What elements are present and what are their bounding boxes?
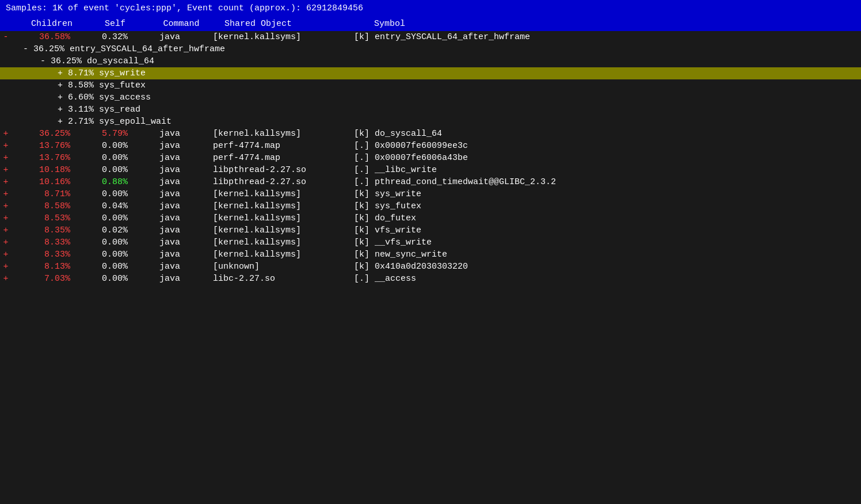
- cell-children: 36.25%: [12, 129, 75, 139]
- cell-children: 13.76%: [12, 141, 75, 151]
- table-row[interactable]: + 10.18% 0.00% java libpthread-2.27.so […: [0, 164, 861, 176]
- cell-self: 0.00%: [75, 153, 132, 163]
- expand-icon[interactable]: +: [0, 177, 12, 187]
- cell-command: java: [132, 141, 207, 151]
- indent-text: + 8.71% sys_write: [0, 68, 146, 78]
- table-row[interactable]: - 36.58% 0.32% java [kernel.kallsyms] [k…: [0, 31, 861, 43]
- cell-command: java: [132, 262, 207, 272]
- cell-children: 13.76%: [12, 153, 75, 163]
- table-row[interactable]: + 8.33% 0.00% java [kernel.kallsyms] [k]…: [0, 249, 861, 261]
- expand-icon[interactable]: +: [0, 201, 12, 211]
- cell-symbol: [k] new_sync_write: [345, 250, 861, 259]
- cell-self: 0.32%: [75, 32, 132, 42]
- table-row[interactable]: + 13.76% 0.00% java perf-4774.map [.] 0x…: [0, 140, 861, 152]
- cell-shared: [kernel.kallsyms]: [207, 201, 345, 211]
- cell-shared: [kernel.kallsyms]: [207, 238, 345, 247]
- col-header-self: Self: [86, 19, 144, 29]
- cell-command: java: [132, 226, 207, 235]
- indent-row: + 6.60% sys_access: [0, 91, 861, 104]
- cell-self: 0.02%: [75, 226, 132, 235]
- col-header-children: Children: [12, 19, 86, 29]
- cell-self: 0.00%: [75, 189, 132, 199]
- expand-icon[interactable]: +: [0, 153, 12, 163]
- cell-children: 7.03%: [12, 274, 75, 284]
- header-bar: Samples: 1K of event 'cycles:ppp', Event…: [0, 0, 861, 17]
- cell-command: java: [132, 129, 207, 139]
- indent-text: + 2.71% sys_epoll_wait: [0, 117, 172, 127]
- indent-row: - 36.25% entry_SYSCALL_64_after_hwframe: [0, 43, 861, 55]
- indent-text: + 6.60% sys_access: [0, 93, 151, 102]
- cell-self: 0.88%: [75, 177, 132, 187]
- indent-text: + 3.11% sys_read: [0, 105, 140, 114]
- cell-command: java: [132, 274, 207, 284]
- cell-command: java: [132, 32, 207, 42]
- cell-symbol: [k] __vfs_write: [345, 238, 861, 247]
- indent-row: + 2.71% sys_epoll_wait: [0, 116, 861, 128]
- cell-shared: libpthread-2.27.so: [207, 165, 345, 175]
- expand-icon[interactable]: +: [0, 129, 12, 139]
- table-row[interactable]: + 8.58% 0.04% java [kernel.kallsyms] [k]…: [0, 200, 861, 212]
- expand-icon[interactable]: +: [0, 141, 12, 151]
- cell-self: 0.00%: [75, 238, 132, 247]
- expand-icon[interactable]: +: [0, 274, 12, 284]
- cell-command: java: [132, 213, 207, 223]
- table-row[interactable]: + 8.53% 0.00% java [kernel.kallsyms] [k]…: [0, 212, 861, 224]
- column-headers: Children Self Command Shared Object Symb…: [0, 17, 861, 31]
- cell-shared: [unknown]: [207, 262, 345, 272]
- expand-icon[interactable]: +: [0, 213, 12, 223]
- cell-children: 8.13%: [12, 262, 75, 272]
- cell-symbol: [.] __access: [345, 274, 861, 284]
- table-row[interactable]: + 13.76% 0.00% java perf-4774.map [.] 0x…: [0, 152, 861, 164]
- expand-icon[interactable]: +: [0, 238, 12, 247]
- table-row[interactable]: + 7.03% 0.00% java libc-2.27.so [.] __ac…: [0, 273, 861, 285]
- cell-self: 0.00%: [75, 250, 132, 259]
- cell-shared: libc-2.27.so: [207, 274, 345, 284]
- table-row[interactable]: + 10.16% 0.88% java libpthread-2.27.so […: [0, 176, 861, 188]
- cell-symbol: [k] sys_write: [345, 189, 861, 199]
- cell-symbol: [.] pthread_cond_timedwait@@GLIBC_2.3.2: [345, 177, 861, 187]
- table-row[interactable]: + 36.25% 5.79% java [kernel.kallsyms] [k…: [0, 128, 861, 140]
- cell-command: java: [132, 177, 207, 187]
- cell-symbol: [.] 0x00007fe6006a43be: [345, 153, 861, 163]
- cell-self: 0.00%: [75, 165, 132, 175]
- cell-command: java: [132, 165, 207, 175]
- cell-children: 8.35%: [12, 226, 75, 235]
- cell-symbol: [.] 0x00007fe60099ee3c: [345, 141, 861, 151]
- indent-text: - 36.25% entry_SYSCALL_64_after_hwframe: [0, 44, 225, 54]
- cell-self: 0.00%: [75, 262, 132, 272]
- cell-shared: [kernel.kallsyms]: [207, 213, 345, 223]
- expand-icon[interactable]: +: [0, 165, 12, 175]
- indent-text: + 8.58% sys_futex: [0, 81, 146, 90]
- table-row[interactable]: + 8.13% 0.00% java [unknown] [k] 0x410a0…: [0, 261, 861, 273]
- table-row[interactable]: + 8.33% 0.00% java [kernel.kallsyms] [k]…: [0, 236, 861, 249]
- indent-row[interactable]: + 8.71% sys_write: [0, 67, 861, 79]
- cell-command: java: [132, 238, 207, 247]
- header-text: Samples: 1K of event 'cycles:ppp', Event…: [6, 3, 363, 13]
- cell-symbol: [k] do_syscall_64: [345, 129, 861, 139]
- cell-command: java: [132, 201, 207, 211]
- cell-symbol: [k] do_futex: [345, 213, 861, 223]
- cell-shared: [kernel.kallsyms]: [207, 129, 345, 139]
- expand-icon[interactable]: +: [0, 226, 12, 235]
- col-header-symbol: Symbol: [357, 19, 760, 29]
- expand-icon[interactable]: -: [0, 32, 12, 42]
- cell-children: 8.58%: [12, 201, 75, 211]
- cell-symbol: [k] sys_futex: [345, 201, 861, 211]
- indent-row: + 8.58% sys_futex: [0, 79, 861, 91]
- cell-symbol: [k] 0x410a0d2030303220: [345, 262, 861, 272]
- cell-children: 8.71%: [12, 189, 75, 199]
- cell-symbol: [k] entry_SYSCALL_64_after_hwframe: [345, 32, 861, 42]
- cell-self: 5.79%: [75, 129, 132, 139]
- table-row[interactable]: + 8.35% 0.02% java [kernel.kallsyms] [k]…: [0, 224, 861, 236]
- col-header-shared: Shared Object: [219, 19, 357, 29]
- cell-children: 36.58%: [12, 32, 75, 42]
- indent-text: - 36.25% do_syscall_64: [0, 56, 154, 66]
- cell-children: 10.18%: [12, 165, 75, 175]
- cell-shared: perf-4774.map: [207, 141, 345, 151]
- expand-icon[interactable]: +: [0, 250, 12, 259]
- expand-icon[interactable]: +: [0, 189, 12, 199]
- cell-command: java: [132, 189, 207, 199]
- cell-symbol: [.] __libc_write: [345, 165, 861, 175]
- table-row[interactable]: + 8.71% 0.00% java [kernel.kallsyms] [k]…: [0, 188, 861, 200]
- expand-icon[interactable]: +: [0, 262, 12, 272]
